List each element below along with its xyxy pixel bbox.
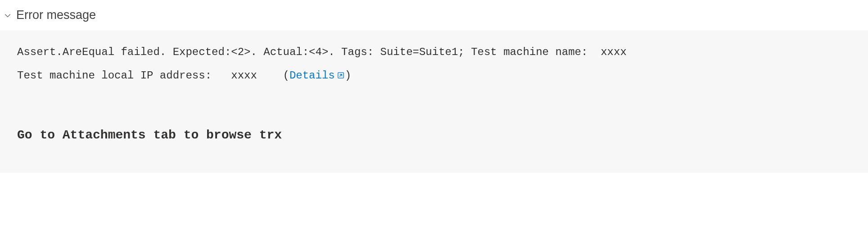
details-link-label: Details (289, 69, 335, 82)
error-message-body: Assert.AreEqual failed. Expected:<2>. Ac… (0, 30, 868, 173)
error-text: Test machine local IP address: (17, 69, 231, 82)
details-link[interactable]: (Details) (283, 69, 352, 82)
masked-value: xxxx (601, 46, 627, 58)
masked-value: xxxx (231, 69, 257, 82)
external-link-icon (337, 71, 345, 79)
svg-line-1 (339, 74, 342, 77)
error-text: Assert.AreEqual failed. Expected:<2>. Ac… (17, 46, 601, 58)
error-line-2: Test machine local IP address: xxxx (Det… (17, 67, 851, 84)
attachments-hint: Go to Attachments tab to browse trx (17, 125, 851, 146)
section-title: Error message (16, 8, 96, 22)
error-line-1: Assert.AreEqual failed. Expected:<2>. Ac… (17, 44, 851, 61)
error-message-section-header[interactable]: Error message (0, 0, 868, 30)
chevron-down-icon (4, 11, 12, 19)
